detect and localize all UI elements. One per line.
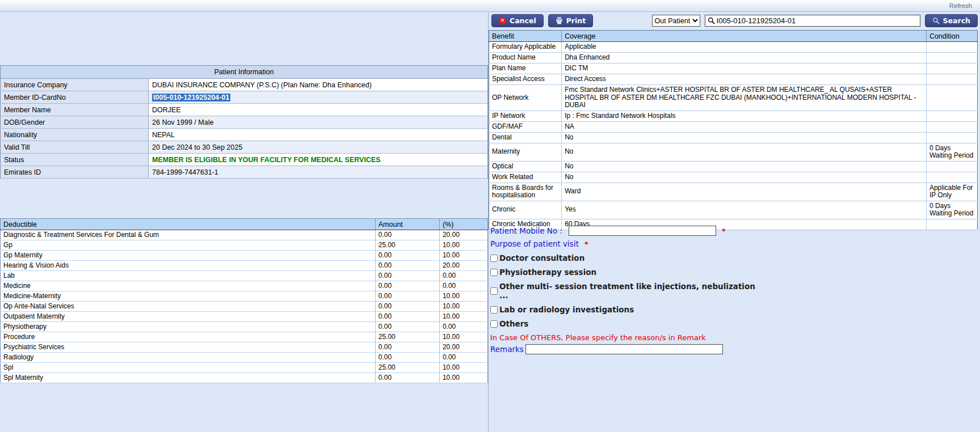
benefit-row: ChronicYes0 Days Waiting Period bbox=[489, 201, 978, 219]
benefit-cell-name: Work Related bbox=[489, 172, 562, 183]
benefit-cell-coverage: Ward bbox=[562, 183, 927, 201]
deductible-cell-amount: 0.00 bbox=[375, 291, 439, 302]
purpose-option-checkbox[interactable] bbox=[490, 287, 498, 295]
benefit-column-header: Benefit bbox=[489, 31, 562, 42]
deductible-column-header: (%) bbox=[439, 219, 487, 230]
patient-mobile-input[interactable] bbox=[569, 226, 716, 236]
benefit-cell-condition bbox=[926, 111, 977, 121]
patient-info-row: Member NameDORJEE bbox=[1, 104, 488, 116]
benefit-cell-name: Product Name bbox=[489, 53, 562, 63]
benefit-cell-coverage: Yes bbox=[562, 201, 927, 219]
search-button[interactable]: Search bbox=[925, 14, 978, 27]
cancel-button[interactable]: ✕ Cancel bbox=[491, 14, 544, 27]
deductible-cell-percent: 10.00 bbox=[439, 332, 487, 342]
remarks-row: Remarks bbox=[490, 344, 763, 354]
patient-info-row: DOB/Gender26 Nov 1999 / Male bbox=[1, 116, 488, 129]
patient-info-row-label: Valid Till bbox=[1, 141, 149, 154]
refresh-link[interactable]: Refresh bbox=[949, 2, 972, 9]
search-input[interactable] bbox=[717, 16, 918, 26]
benefit-cell-condition bbox=[926, 42, 977, 53]
deductible-cell-percent: 20.00 bbox=[439, 261, 487, 271]
purpose-option-checkbox[interactable] bbox=[490, 255, 498, 262]
deductible-cell-percent: 10.00 bbox=[439, 291, 487, 302]
benefit-cell-name: Dental bbox=[489, 132, 562, 143]
print-button[interactable]: Print bbox=[548, 14, 594, 27]
search-button-icon bbox=[932, 17, 940, 24]
deductible-row: Physiotherapy0.000.00 bbox=[1, 322, 488, 332]
deductible-row: Radiology0.000.00 bbox=[1, 353, 488, 363]
benefit-cell-condition bbox=[926, 85, 977, 111]
deductible-column-header: Amount bbox=[375, 219, 439, 230]
patient-info-row: Valid Till20 Dec 2024 to 30 Sep 2025 bbox=[1, 141, 488, 154]
benefit-row: MaternityNo0 Days Waiting Period bbox=[489, 143, 978, 161]
deductible-cell-service: Psychiatric Services bbox=[1, 342, 376, 353]
patient-info-row-value: I005-010-121925204-01 bbox=[149, 91, 488, 104]
visit-type-select[interactable]: Out Patient bbox=[652, 15, 700, 27]
patient-info-row-value: 20 Dec 2024 to 30 Sep 2025 bbox=[149, 141, 488, 154]
deductible-row: Op Ante-Natal Services0.0010.00 bbox=[1, 302, 488, 312]
deductible-cell-percent: 0.00 bbox=[439, 271, 487, 281]
deductible-cell-percent: 20.00 bbox=[439, 230, 487, 240]
deductible-cell-service: Physiotherapy bbox=[1, 322, 376, 332]
benefit-cell-condition bbox=[926, 161, 977, 172]
benefit-row: Work RelatedNo bbox=[489, 172, 978, 183]
purpose-option: Physiotherapy session bbox=[490, 268, 763, 277]
purpose-option-label: Doctor consultation bbox=[499, 253, 584, 262]
patient-info-row-label: Nationality bbox=[1, 129, 149, 141]
benefit-cell-coverage: No bbox=[562, 161, 927, 172]
top-bar: Refresh bbox=[0, 0, 980, 12]
purpose-option-checkbox[interactable] bbox=[490, 320, 498, 328]
search-button-label: Search bbox=[943, 16, 970, 25]
patient-info-row-label: Insurance Company bbox=[1, 79, 149, 91]
deductible-cell-amount: 0.00 bbox=[375, 251, 439, 261]
patient-info-row-label: Emirates ID bbox=[1, 166, 149, 179]
benefit-cell-coverage: No bbox=[562, 143, 927, 161]
patient-info-row: Emirates ID784-1999-7447631-1 bbox=[1, 166, 488, 179]
deductible-cell-amount: 25.00 bbox=[375, 240, 439, 251]
deductible-cell-service: Op Ante-Natal Services bbox=[1, 302, 376, 312]
deductible-cell-amount: 25.00 bbox=[375, 363, 439, 373]
benefit-column-header: Condition bbox=[926, 31, 977, 42]
benefit-cell-name: Chronic bbox=[489, 201, 562, 219]
deductible-cell-service: Spl Maternity bbox=[1, 373, 376, 383]
deductible-cell-amount: 0.00 bbox=[375, 271, 439, 281]
benefit-cell-coverage: Ip : Fmc Standard Network Hospitals bbox=[562, 111, 927, 121]
patient-info-row: Member ID-CardNoI005-010-121925204-01 bbox=[1, 91, 488, 104]
benefit-cell-name: OP Network bbox=[489, 85, 562, 111]
deductible-row: Procedure25.0010.00 bbox=[1, 332, 488, 342]
purpose-option-checkbox[interactable] bbox=[490, 269, 498, 276]
deductible-row: Diagnostic & Treatment Services For Dent… bbox=[1, 230, 488, 240]
benefit-cell-condition: 0 Days Waiting Period bbox=[926, 143, 977, 161]
others-note: In Case Of OTHERS, Please specify the re… bbox=[490, 333, 763, 342]
purpose-option-checkbox[interactable] bbox=[490, 306, 498, 314]
benefit-cell-coverage: No bbox=[562, 132, 927, 143]
remarks-input[interactable] bbox=[525, 344, 723, 354]
deductible-cell-percent: 10.00 bbox=[439, 240, 487, 251]
purpose-row: Purpose of patient visit * bbox=[490, 239, 763, 248]
deductible-row: Medicine0.000.00 bbox=[1, 281, 488, 291]
deductible-cell-service: Radiology bbox=[1, 353, 376, 363]
purpose-label: Purpose of patient visit bbox=[490, 239, 579, 248]
benefit-cell-name: Plan Name bbox=[489, 63, 562, 74]
patient-info-header-row: Patient Information bbox=[1, 66, 488, 79]
patient-info-row: StatusMEMBER IS ELIGIBLE IN YOUR FACILIT… bbox=[1, 154, 488, 166]
deductible-cell-amount: 0.00 bbox=[375, 281, 439, 291]
deductible-cell-percent: 10.00 bbox=[439, 373, 487, 383]
cancel-icon: ✕ bbox=[499, 17, 506, 24]
patient-info-row-value: 26 Nov 1999 / Male bbox=[149, 116, 488, 129]
deductible-cell-percent: 10.00 bbox=[439, 251, 487, 261]
purpose-option: Lab or radiology investigations bbox=[490, 305, 763, 314]
print-icon bbox=[556, 17, 563, 24]
remarks-label: Remarks bbox=[490, 345, 525, 354]
purpose-option: Others bbox=[490, 319, 763, 328]
purpose-option-label: Others bbox=[499, 319, 528, 328]
eligibility-status-text: MEMBER IS ELIGIBLE IN YOUR FACILITY FOR … bbox=[149, 154, 488, 166]
patient-info-row: Insurance CompanyDUBAI INSURANCE COMPANY… bbox=[1, 79, 488, 91]
deductible-cell-service: Medicine-Maternity bbox=[1, 291, 376, 302]
deductible-row: Spl25.0010.00 bbox=[1, 363, 488, 373]
deductible-cell-percent: 0.00 bbox=[439, 353, 487, 363]
deductible-cell-amount: 0.00 bbox=[375, 230, 439, 240]
benefit-row: Plan NameDIC TM bbox=[489, 63, 978, 74]
benefit-cell-name: Maternity bbox=[489, 143, 562, 161]
deductible-row: Gp25.0010.00 bbox=[1, 240, 488, 251]
